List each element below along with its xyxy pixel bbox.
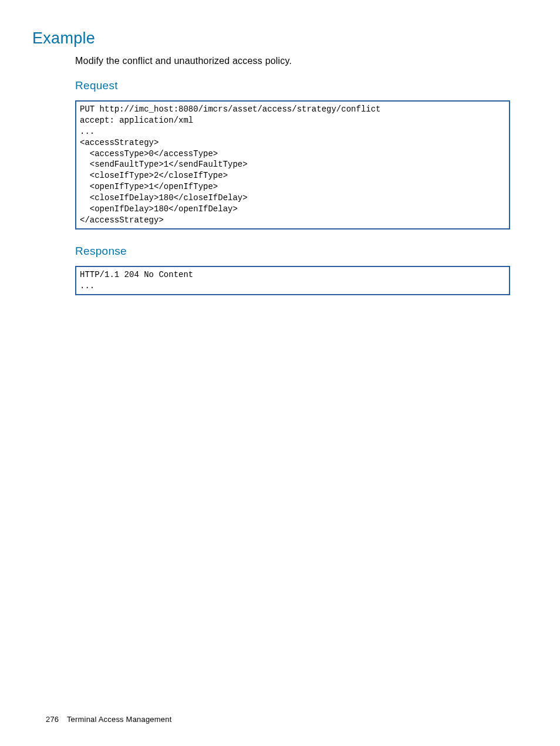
code-block-request: PUT http://imc_host:8080/imcrs/asset/acc… (75, 100, 510, 229)
heading-request: Request (75, 79, 510, 92)
intro-text: Modify the conflict and unauthorized acc… (75, 56, 510, 66)
code-block-response: HTTP/1.1 204 No Content ... (75, 266, 510, 295)
page-footer: 276 Terminal Access Management (46, 715, 172, 724)
heading-example: Example (32, 29, 510, 48)
page-number: 276 (46, 715, 59, 724)
footer-section: Terminal Access Management (67, 715, 172, 724)
heading-response: Response (75, 245, 510, 258)
